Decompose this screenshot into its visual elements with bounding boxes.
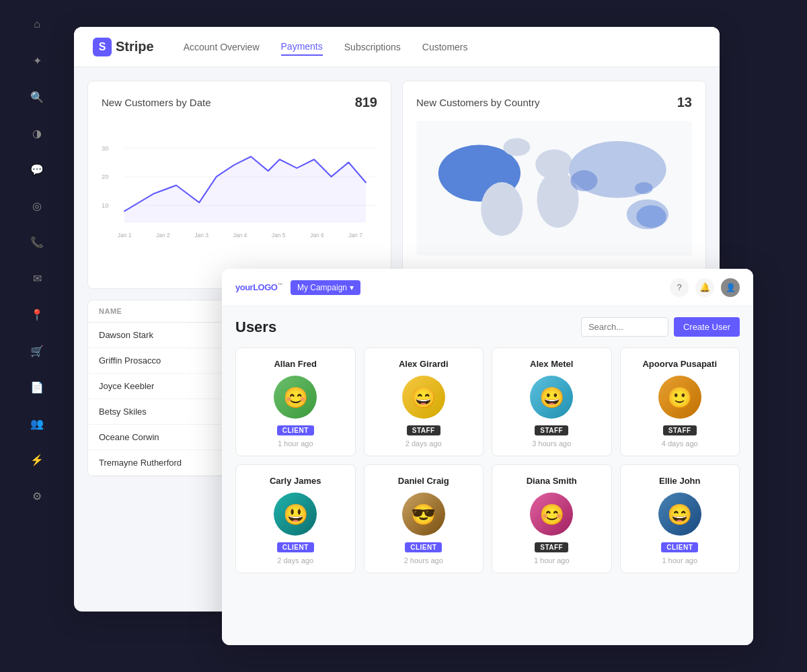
- user-time-5: 2 hours ago: [404, 556, 443, 564]
- audio-icon[interactable]: ◎: [26, 195, 48, 216]
- lightning-icon[interactable]: ⚡: [26, 449, 48, 470]
- user-time-3: 4 days ago: [662, 439, 698, 448]
- line-chart-svg: 30 20 10 Jan 1 Jan 2 Jan 3 Jan 4 Jan 5 J…: [102, 121, 377, 255]
- nav-customers[interactable]: Customers: [422, 39, 468, 55]
- users-header: Users Create User: [235, 317, 740, 337]
- user-name-7: Ellie John: [659, 476, 700, 486]
- chart2-title: New Customers by Country: [416, 97, 539, 108]
- doc-icon[interactable]: 📄: [26, 376, 48, 398]
- chat-icon[interactable]: 💬: [26, 159, 48, 180]
- nav-payments[interactable]: Payments: [281, 38, 323, 56]
- user-card-6[interactable]: Diana Smith 😊 STAFF 1 hour ago: [492, 464, 612, 573]
- users-actions: Create User: [581, 317, 740, 337]
- new-customers-by-country-card: New Customers by Country 13: [402, 81, 706, 289]
- users-grid: Allan Fred 😊 CLIENT 1 hour ago Alex Gira…: [235, 347, 740, 573]
- user-name-4: Carly James: [270, 476, 321, 486]
- stripe-s-icon: S: [93, 38, 112, 56]
- svg-text:30: 30: [102, 144, 108, 152]
- home-icon[interactable]: ⌂: [26, 13, 48, 35]
- stripe-logo-text: Stripe: [116, 39, 154, 54]
- user-time-0: 1 hour ago: [278, 439, 313, 448]
- user-avatar-1: 😄: [402, 376, 445, 419]
- user-name-2: Alex Metel: [530, 359, 573, 369]
- stripe-logo: S Stripe: [93, 38, 154, 56]
- user-card-4[interactable]: Carly James 😃 CLIENT 2 days ago: [235, 464, 356, 573]
- help-icon[interactable]: ?: [670, 278, 689, 297]
- mail-icon[interactable]: ✉: [26, 267, 48, 289]
- user-avatar-6: 😊: [530, 493, 573, 536]
- user-time-7: 1 hour ago: [662, 556, 697, 564]
- chart1-value: 819: [355, 95, 377, 110]
- campaign-label: My Campaign: [297, 283, 347, 292]
- chart2-header: New Customers by Country 13: [416, 95, 692, 110]
- search-icon[interactable]: 🔍: [26, 86, 48, 108]
- campaign-chevron-icon: ▾: [350, 283, 354, 292]
- users-topbar: yourLOGO™ My Campaign ▾ ? 🔔 👤: [222, 269, 753, 306]
- nav-account-overview[interactable]: Account Overview: [184, 39, 260, 55]
- user-name-5: Daniel Craig: [398, 476, 449, 486]
- user-badge-4: CLIENT: [277, 542, 314, 552]
- user-badge-3: STAFF: [663, 425, 697, 435]
- chart1-title: New Customers by Date: [102, 97, 211, 108]
- user-name-3: Apoorva Pusapati: [642, 359, 717, 369]
- settings-icon[interactable]: ⚙: [26, 485, 48, 507]
- svg-text:Jan 4: Jan 4: [233, 232, 247, 239]
- chart2-value: 13: [677, 95, 692, 110]
- svg-text:20: 20: [102, 173, 108, 180]
- user-name-0: Allan Fred: [274, 359, 317, 369]
- svg-text:Jan 1: Jan 1: [118, 232, 132, 239]
- user-badge-5: CLIENT: [405, 542, 442, 552]
- user-card-7[interactable]: Ellie John 😄 CLIENT 1 hour ago: [620, 464, 740, 573]
- user-badge-0: CLIENT: [277, 425, 314, 435]
- user-name-1: Alex Girardi: [399, 359, 449, 369]
- users-panel: yourLOGO™ My Campaign ▾ ? 🔔 👤 Users Crea…: [222, 269, 753, 645]
- campaign-button[interactable]: My Campaign ▾: [291, 280, 360, 295]
- svg-text:10: 10: [102, 202, 108, 209]
- svg-point-22: [503, 138, 530, 157]
- user-avatar-3: 🙂: [658, 376, 701, 419]
- paint-icon[interactable]: ✦: [26, 50, 48, 71]
- location-icon[interactable]: 📍: [26, 304, 48, 325]
- new-customers-by-date-card: New Customers by Date 819 30 20 10 Jan 1: [87, 81, 391, 289]
- svg-point-15: [481, 182, 523, 236]
- users-title: Users: [235, 319, 276, 336]
- user-card-3[interactable]: Apoorva Pusapati 🙂 STAFF 4 days ago: [620, 347, 740, 456]
- pie-icon[interactable]: ◑: [26, 122, 48, 144]
- svg-text:Jan 7: Jan 7: [348, 232, 362, 239]
- user-badge-1: STAFF: [407, 425, 440, 435]
- svg-text:Jan 5: Jan 5: [272, 232, 286, 239]
- svg-text:Jan 2: Jan 2: [156, 232, 170, 239]
- svg-point-19: [570, 170, 597, 191]
- user-time-1: 2 days ago: [406, 439, 442, 448]
- user-card-2[interactable]: Alex Metel 😀 STAFF 3 hours ago: [492, 347, 612, 456]
- user-avatar-5: 😎: [402, 493, 445, 536]
- create-user-button[interactable]: Create User: [674, 317, 740, 337]
- charts-row: New Customers by Date 819 30 20 10 Jan 1: [74, 67, 720, 289]
- user-card-0[interactable]: Allan Fred 😊 CLIENT 1 hour ago: [235, 347, 356, 456]
- phone-icon[interactable]: 📞: [26, 231, 48, 253]
- user-card-5[interactable]: Daniel Craig 😎 CLIENT 2 hours ago: [364, 464, 484, 573]
- svg-text:Jan 3: Jan 3: [194, 232, 208, 239]
- cart-icon[interactable]: 🛒: [26, 340, 48, 362]
- user-avatar-4: 😃: [274, 493, 317, 536]
- user-badge-6: STAFF: [535, 542, 568, 552]
- users-icon[interactable]: 👥: [26, 413, 48, 434]
- user-avatar-0: 😊: [274, 376, 317, 419]
- user-time-2: 3 hours ago: [532, 439, 571, 448]
- user-avatar-topbar[interactable]: 👤: [721, 278, 740, 297]
- notification-icon[interactable]: 🔔: [695, 278, 714, 297]
- user-name-6: Diana Smith: [527, 476, 577, 486]
- svg-point-23: [635, 182, 653, 194]
- search-input[interactable]: [581, 317, 668, 337]
- svg-point-21: [636, 206, 666, 228]
- topbar-icons: ? 🔔 👤: [670, 278, 740, 297]
- svg-text:Jan 6: Jan 6: [310, 232, 324, 239]
- user-time-4: 2 days ago: [277, 556, 313, 564]
- user-card-1[interactable]: Alex Girardi 😄 STAFF 2 days ago: [364, 347, 484, 456]
- nav-subscriptions[interactable]: Subscriptions: [344, 39, 401, 55]
- your-logo: yourLOGO™: [235, 282, 282, 292]
- user-avatar-2: 😀: [530, 376, 573, 419]
- user-badge-7: CLIENT: [661, 542, 698, 552]
- user-time-6: 1 hour ago: [534, 556, 570, 564]
- chart1-header: New Customers by Date 819: [102, 95, 377, 110]
